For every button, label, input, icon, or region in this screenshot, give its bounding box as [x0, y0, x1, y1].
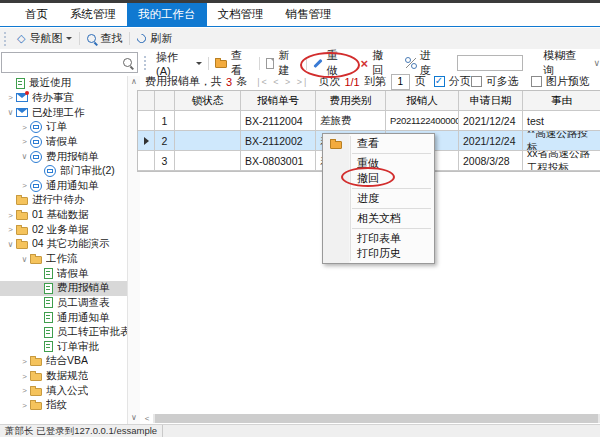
tree-item-order-approval[interactable]: 订单审批	[0, 340, 127, 355]
page-value: 1/1	[344, 76, 359, 88]
folder-icon	[16, 241, 28, 249]
header-claimant[interactable]: 报销人	[386, 91, 459, 110]
scroll-up-icon[interactable]: ∧	[128, 77, 140, 87]
operate-menu-button[interactable]: 操作(A)	[150, 52, 208, 74]
tab-system-management[interactable]: 系统管理	[59, 3, 127, 26]
tree-item-orders[interactable]: >订单	[0, 120, 127, 135]
chevron: ∨	[5, 240, 16, 249]
scroll-down-icon[interactable]: ∨	[128, 413, 140, 423]
tree-item-processed-work[interactable]: ∨已处理工作	[0, 105, 127, 120]
prev-page-icon[interactable]: <	[273, 77, 280, 87]
tree-item-leave-form-wf[interactable]: 请假单	[0, 266, 127, 281]
tree-item-data-spec[interactable]: >数据规范	[0, 369, 127, 384]
tree-item-dept-approval[interactable]: 部门审批(2)	[0, 164, 127, 179]
tree-item-expense-form-wf[interactable]: 费用报销单	[0, 281, 127, 296]
tab-my-workbench[interactable]: 我的工作台	[127, 3, 207, 26]
folder-icon	[30, 358, 42, 366]
tree-item-employee-survey[interactable]: 员工调查表	[0, 296, 127, 311]
chevron: >	[5, 93, 16, 102]
row-marker-cell	[138, 151, 155, 170]
mail-icon	[16, 108, 28, 117]
header-lock-status[interactable]: 锁状态	[175, 91, 241, 110]
paging-checkbox[interactable]	[434, 76, 445, 87]
tab-sales-management[interactable]: 销售管理	[275, 3, 343, 26]
tree-item-general-notice-wf[interactable]: 通用通知单	[0, 310, 127, 325]
menu-item-related-docs[interactable]: 相关文档	[323, 211, 434, 226]
tree-item-general-notice[interactable]: >通用通知单	[0, 178, 127, 193]
row-number-cell: 3	[155, 151, 175, 170]
reason-cell: xx省高速公路工程投标	[523, 151, 600, 170]
horizontal-scrollbar[interactable]: <	[141, 413, 600, 423]
tree-item-recently-used[interactable]: 最近使用	[0, 76, 127, 91]
redo-button[interactable]: 重做	[307, 52, 355, 74]
sidebar-search-input[interactable]	[7, 56, 123, 70]
tree-item-expense-form[interactable]: ∨费用报销单	[0, 149, 127, 164]
tree-item-01-basic-data[interactable]: >01 基础数据	[0, 208, 127, 223]
chevron-down-icon: ∨	[593, 58, 600, 68]
chevron: >	[19, 137, 30, 146]
withdraw-button[interactable]: × 撤回	[355, 52, 400, 74]
tree-item-02-business-docs[interactable]: >02 业务单据	[0, 222, 127, 237]
progress-button[interactable]: 进度	[400, 52, 448, 74]
menu-item-print-form[interactable]: 打印表单	[323, 231, 434, 246]
apply-date-cell: 2008/3/28	[459, 151, 523, 170]
paging-label: 分页	[449, 74, 471, 89]
chevron: >	[19, 401, 30, 410]
row-marker-cell	[138, 111, 155, 130]
toolbar-grip	[4, 32, 6, 46]
header-reason[interactable]: 事由	[523, 91, 600, 110]
menu-item-label: 查看	[357, 136, 379, 151]
tab-document-management[interactable]: 文档管理	[207, 3, 275, 26]
pagination-bar: 费用报销单 ，共 3 条 |< < > >| 页次 1/1 到第 页 分页 可多…	[145, 73, 600, 90]
tree-item-workflow[interactable]: ∨工作流	[0, 252, 127, 267]
image-preview-checkbox[interactable]	[531, 76, 542, 87]
right-options: 可多选 图片预览	[471, 74, 600, 89]
folder-icon	[16, 227, 28, 235]
form-icon	[44, 297, 53, 308]
tree-item-04-other-demos[interactable]: ∨04 其它功能演示	[0, 237, 127, 252]
menu-item-view[interactable]: 查看	[323, 136, 434, 151]
last-page-icon[interactable]: >|	[297, 77, 309, 87]
search-icon[interactable]	[123, 58, 132, 67]
form-icon	[44, 327, 53, 338]
tree-item-employee-confirmation[interactable]: 员工转正审批表	[0, 325, 127, 340]
row-number-cell: 2	[155, 131, 175, 150]
expense-category-cell: 差旅费	[316, 111, 386, 130]
refresh-button[interactable]: 刷新	[130, 28, 179, 49]
goto-page-input[interactable]	[391, 74, 410, 90]
tree-item-fill-formula[interactable]: >填入公式	[0, 383, 127, 398]
lock-status-cell	[175, 111, 241, 130]
folder-icon	[30, 388, 42, 396]
tree-item-leave-form[interactable]: >请假单	[0, 135, 127, 150]
nav-map-button[interactable]: ◇ 导航图	[10, 28, 79, 49]
tree-item-vba[interactable]: >结合VBA	[0, 354, 127, 369]
menu-item-label: 撤回	[357, 171, 379, 186]
header-form-number[interactable]: 报销单号	[241, 91, 316, 110]
view-button[interactable]: 查看	[209, 52, 258, 74]
menu-item-withdraw[interactable]: 撤回	[323, 171, 434, 186]
first-page-icon[interactable]: |<	[257, 77, 269, 87]
find-button[interactable]: 查找	[80, 28, 129, 49]
menu-item-progress[interactable]: 进度	[323, 191, 434, 206]
table-row[interactable]: 1 BX-2112004 差旅费 P20211224000001 2021/12…	[138, 111, 600, 131]
multiselect-checkbox[interactable]	[471, 76, 482, 87]
menu-item-print-history[interactable]: 打印历史	[323, 246, 434, 261]
tree-item-in-progress[interactable]: 进行中待办	[0, 193, 127, 208]
menu-separator	[352, 188, 431, 189]
scrollbar-track[interactable]	[153, 414, 600, 423]
toolbar-search-input[interactable]	[457, 55, 523, 71]
new-button[interactable]: 新建	[260, 52, 307, 74]
header-apply-date[interactable]: 申请日期	[459, 91, 523, 110]
open-folder-icon	[215, 60, 227, 68]
scrollbar-thumb[interactable]	[155, 414, 598, 423]
tab-home[interactable]: 首页	[14, 3, 59, 26]
header-expense-category[interactable]: 费用类别	[316, 91, 386, 110]
tree-item-todo-items[interactable]: >待办事宜	[0, 91, 127, 106]
next-page-icon[interactable]: >	[285, 77, 292, 87]
sidebar-search-box[interactable]	[1, 52, 138, 73]
pager-arrows: |< < > >|	[257, 77, 308, 87]
menu-item-redo[interactable]: 重做	[323, 156, 434, 171]
menu-item-label: 进度	[357, 191, 379, 206]
tree-item-fingerprint[interactable]: >指纹	[0, 398, 127, 413]
scroll-left-icon[interactable]: <	[141, 414, 153, 423]
